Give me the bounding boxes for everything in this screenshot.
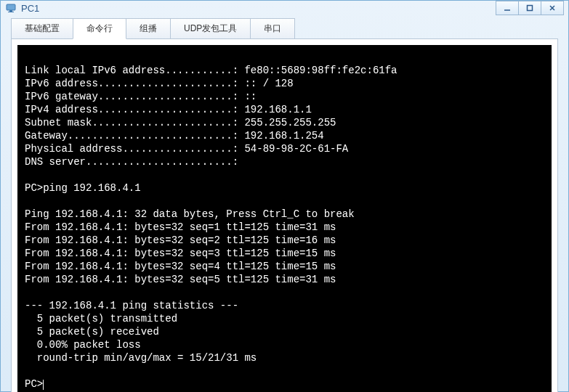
tab-bar: 基础配置 命令行 组播 UDP发包工具 串口 [1, 15, 568, 39]
content-panel: Link local IPv6 address...........: fe80… [11, 38, 558, 392]
svg-rect-1 [9, 10, 12, 12]
svg-rect-0 [7, 4, 15, 10]
tab-multicast[interactable]: 组播 [126, 18, 171, 39]
close-button[interactable] [541, 1, 564, 15]
terminal-cursor [43, 380, 44, 390]
tab-command-line[interactable]: 命令行 [73, 18, 126, 39]
minimize-button[interactable] [496, 1, 519, 15]
window-title: PC1 [21, 3, 496, 14]
app-window: PC1 基础配置 命令行 组播 UDP发包工具 串口 Link local IP… [0, 0, 569, 392]
title-bar: PC1 [1, 1, 568, 15]
tab-serial[interactable]: 串口 [250, 18, 295, 39]
maximize-button[interactable] [518, 1, 541, 15]
app-icon [5, 2, 17, 14]
terminal[interactable]: Link local IPv6 address...........: fe80… [17, 45, 552, 392]
tab-basic-config[interactable]: 基础配置 [11, 18, 73, 39]
svg-rect-2 [8, 12, 14, 12]
svg-rect-4 [528, 6, 533, 11]
window-controls [496, 1, 564, 15]
tab-udp-tool[interactable]: UDP发包工具 [170, 18, 251, 39]
